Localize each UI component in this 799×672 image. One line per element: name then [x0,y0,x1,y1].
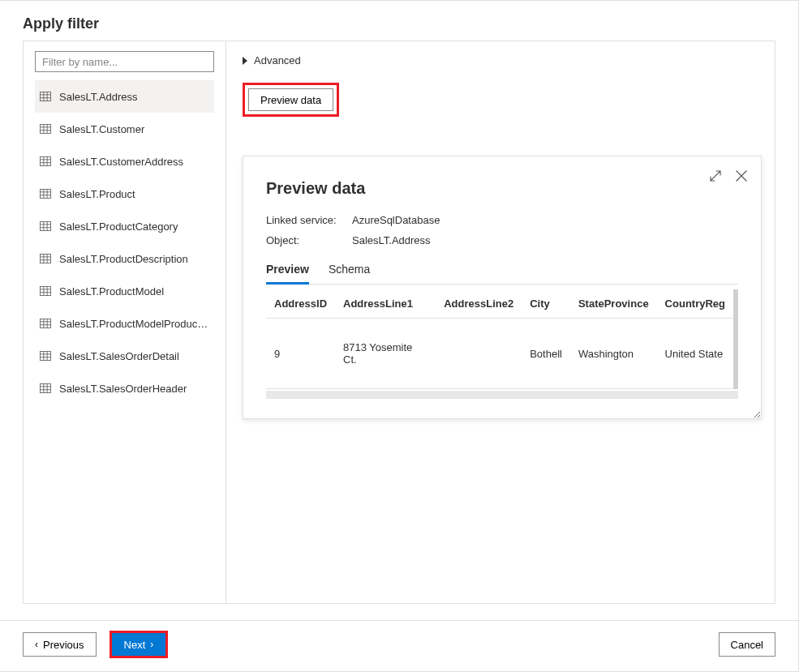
table-icon [40,221,51,231]
table-item[interactable]: SalesLT.CustomerAddress [35,145,214,178]
tab-schema[interactable]: Schema [329,263,370,284]
table-item[interactable]: SalesLT.SalesOrderHeader [35,372,214,404]
table-item-label: SalesLT.Customer [59,123,144,135]
table-cell: 9 [266,319,335,389]
linked-service-value: AzureSqlDatabase [352,214,440,226]
table-item[interactable]: SalesLT.ProductModel [35,275,214,307]
svg-rect-45 [41,383,51,392]
advanced-toggle[interactable]: Advanced [243,54,762,66]
table-item[interactable]: SalesLT.SalesOrderDetail [35,340,214,372]
preview-data-button[interactable]: Preview data [248,88,333,111]
cancel-button[interactable]: Cancel [719,632,775,657]
table-item-label: SalesLT.Product [59,188,135,200]
table-icon [40,351,51,361]
horizontal-scrollbar[interactable] [266,391,738,399]
close-icon[interactable] [735,169,748,182]
advanced-label: Advanced [254,54,301,66]
column-header[interactable]: StateProvince [570,289,657,319]
preview-panel-title: Preview data [266,179,738,198]
table-icon [40,189,51,199]
preview-panel: Preview data Linked service: AzureSqlDat… [243,156,762,419]
table-icon [40,156,51,166]
table-item-label: SalesLT.SalesOrderDetail [59,350,179,362]
svg-rect-20 [41,221,51,230]
linked-service-label: Linked service: [266,214,352,226]
table-item[interactable]: SalesLT.Product [35,178,214,210]
tables-list: SalesLT.AddressSalesLT.CustomerSalesLT.C… [35,80,214,404]
table-item[interactable]: SalesLT.Customer [35,113,214,145]
next-button-highlight: Next › [110,631,169,658]
column-header[interactable]: AddressLine2 [436,289,522,319]
previous-button[interactable]: ‹ Previous [23,632,97,657]
tab-preview[interactable]: Preview [266,263,309,285]
filter-by-name-input[interactable] [35,51,214,72]
table-cell: Bothell [522,319,570,389]
preview-button-highlight: Preview data [243,83,339,117]
next-button[interactable]: Next › [112,633,166,656]
table-item-label: SalesLT.ProductDescription [59,253,188,265]
column-header[interactable]: City [522,289,570,319]
table-icon [40,286,51,296]
column-header[interactable]: AddressID [266,289,335,319]
preview-table-container: AddressIDAddressLine1AddressLine2CitySta… [266,289,738,389]
table-item-label: SalesLT.CustomerAddress [59,156,183,168]
svg-rect-10 [41,156,51,165]
table-item-label: SalesLT.SalesOrderHeader [59,383,187,395]
object-label: Object: [266,234,352,246]
table-item[interactable]: SalesLT.ProductCategory [35,210,214,242]
table-icon [40,319,51,328]
chevron-right-icon [243,57,247,65]
svg-rect-15 [41,189,51,198]
footer: ‹ Previous Next › Cancel [0,620,798,671]
column-header[interactable]: CountryReg [657,289,733,319]
table-icon [40,124,51,134]
object-value: SalesLT.Address [352,234,431,246]
svg-rect-40 [41,351,51,360]
svg-rect-35 [41,319,51,327]
table-item-label: SalesLT.ProductModelProductDe... [59,318,209,330]
table-row[interactable]: 98713 Yosemite Ct.BothellWashingtonUnite… [266,319,733,389]
column-header[interactable]: AddressLine1 [335,289,436,319]
preview-table: AddressIDAddressLine1AddressLine2CitySta… [266,289,733,389]
svg-rect-0 [41,92,51,101]
table-item[interactable]: SalesLT.Address [35,80,214,113]
table-item[interactable]: SalesLT.ProductModelProductDe... [35,307,214,340]
table-item[interactable]: SalesLT.ProductDescription [35,242,214,275]
chevron-left-icon: ‹ [35,639,38,650]
main-area: Advanced Preview data Preview data [226,41,775,603]
table-item-label: SalesLT.ProductCategory [59,220,178,233]
table-icon [40,92,51,101]
previous-label: Previous [43,639,84,651]
table-cell: United State [657,319,733,389]
sidebar: SalesLT.AddressSalesLT.CustomerSalesLT.C… [24,41,226,603]
table-item-label: SalesLT.ProductModel [59,285,164,297]
table-cell [436,319,522,389]
table-item-label: SalesLT.Address [59,91,138,103]
svg-rect-25 [41,254,51,263]
svg-rect-5 [41,124,51,133]
table-cell: 8713 Yosemite Ct. [335,319,436,389]
page-title: Apply filter [0,1,798,41]
chevron-right-icon: › [150,639,153,650]
svg-rect-30 [41,286,51,295]
table-icon [40,383,51,393]
table-icon [40,254,51,263]
table-cell: Washington [570,319,657,389]
next-label: Next [124,639,146,651]
expand-icon[interactable] [709,169,722,182]
